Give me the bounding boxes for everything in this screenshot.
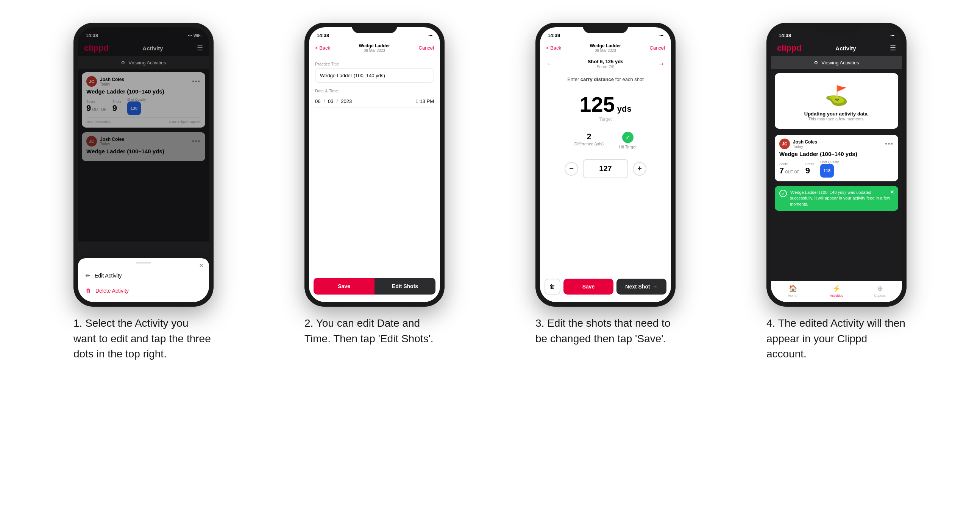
header-center-3: Wedge Ladder 06 Mar 2023 xyxy=(590,43,621,52)
three-dots-4[interactable]: ••• xyxy=(885,140,894,147)
stat-shots-label-4: Shots xyxy=(805,162,814,166)
card-header-4: JC Josh Coles Today ••• xyxy=(779,138,894,149)
logo-4: clippd xyxy=(777,43,802,53)
shot-title: Shot 6, 125 yds xyxy=(588,59,624,64)
activities-icon: ⚡ xyxy=(832,284,841,293)
phone-notch-2 xyxy=(352,23,397,33)
year-val[interactable]: 2023 xyxy=(341,98,352,104)
app-header-4: clippd Activity ☰ xyxy=(771,41,902,56)
back-btn-3[interactable]: < Back xyxy=(546,45,561,51)
delete-icon: 🗑 xyxy=(86,288,91,294)
stats-row-shot: 2 Difference (yds) ✓ Hit Target xyxy=(540,126,671,155)
hit-target-circle: ✓ xyxy=(622,132,633,143)
updating-section: ⛳ Updating your activity data. This may … xyxy=(775,73,898,129)
datetime-label: Date & Time xyxy=(315,89,434,93)
user-date-4: Today xyxy=(793,144,817,149)
phone-column-1: 14:38 ▪▪▪ WiFi clippd Activity ☰ ⚙ Viewi… xyxy=(40,23,248,362)
tab-home[interactable]: 🏠 Home xyxy=(771,284,815,298)
save-btn-2[interactable]: Save xyxy=(313,278,374,295)
next-shot-arrow[interactable]: → xyxy=(657,59,665,68)
stat-score-label-4: Score xyxy=(779,162,799,166)
phone-inner-1: 14:38 ▪▪▪ WiFi clippd Activity ☰ ⚙ Viewi… xyxy=(78,27,209,302)
cancel-btn-3[interactable]: Cancel xyxy=(650,45,665,51)
difference-label: Difference (yds) xyxy=(574,141,604,146)
user-meta-4: Josh Coles Today xyxy=(793,139,817,149)
delete-label: Delete Activity xyxy=(95,288,129,294)
sheet-handle-1 xyxy=(136,262,151,264)
tab-capture[interactable]: ⊕ Capture xyxy=(858,284,902,298)
sheet-close-1[interactable]: ✕ xyxy=(199,262,204,269)
signal-icon-3: ▪▪▪ xyxy=(659,33,663,38)
golf-flag-icon: ⛳ xyxy=(825,84,848,106)
sheet-edit-item[interactable]: ✏ Edit Activity xyxy=(78,268,209,283)
tab-activities[interactable]: ⚡ Activities xyxy=(815,284,858,298)
next-shot-label: Next Shot xyxy=(625,284,650,290)
form-content-2: Practice Title Wedge Ladder (100–140 yds… xyxy=(309,56,440,302)
header-center-2: Wedge Ladder 06 Mar 2023 xyxy=(359,43,390,52)
updating-title: Updating your activity data. xyxy=(804,111,869,117)
phone-notch-4 xyxy=(814,23,859,33)
tab-capture-label: Capture xyxy=(874,294,886,298)
updating-sub: This may take a few moments. xyxy=(808,117,864,121)
practice-label: Practice Title xyxy=(315,62,434,66)
time-val[interactable]: 1:13 PM xyxy=(416,98,434,104)
shot-instruction: Enter carry distance for each shot xyxy=(540,73,671,86)
decrement-btn[interactable]: − xyxy=(565,162,578,176)
signal-icon-2: ▪▪▪ xyxy=(428,33,433,38)
next-shot-btn[interactable]: Next Shot → xyxy=(616,279,667,295)
phone-inner-2: 14:38 ▪▪▪ < Back Wedge Ladder 06 Mar 202… xyxy=(309,27,440,302)
user-info-4: JC Josh Coles Today xyxy=(779,138,817,149)
increment-btn[interactable]: + xyxy=(633,162,646,176)
capture-icon: ⊕ xyxy=(877,284,883,293)
stat-shots-4: Shots 9 xyxy=(805,162,814,176)
date-time-row: 06 / 03 / 2023 1:13 PM xyxy=(315,95,434,108)
bottom-sheet-1: ✕ ✏ Edit Activity 🗑 Delete Activity xyxy=(78,258,209,302)
hit-target-label: Hit Target xyxy=(619,144,636,149)
toast-text: 'Wedge Ladder (100–140 yds)' was updated… xyxy=(790,190,894,207)
shot-display: 125 yds Target xyxy=(540,86,671,126)
tab-home-label: Home xyxy=(788,294,797,298)
back-header-2: < Back Wedge Ladder 06 Mar 2023 Cancel xyxy=(309,41,440,56)
overlay-dim-1 xyxy=(78,27,209,241)
edit-shots-btn-2[interactable]: Edit Shots xyxy=(374,278,436,295)
trash-btn-3[interactable]: 🗑 xyxy=(544,279,560,295)
phone-column-2: 14:38 ▪▪▪ < Back Wedge Ladder 06 Mar 202… xyxy=(270,23,479,346)
user-name-4: Josh Coles xyxy=(793,139,817,144)
hit-target-stat: ✓ Hit Target xyxy=(619,132,636,149)
viewing-banner-4: ⚙ Viewing Activities xyxy=(771,56,902,69)
day-val[interactable]: 06 xyxy=(315,98,320,104)
status-time-3: 14:39 xyxy=(547,33,560,38)
sheet-delete-item[interactable]: 🗑 Delete Activity xyxy=(78,283,209,298)
month-val[interactable]: 03 xyxy=(328,98,333,104)
save-btn-3[interactable]: Save xyxy=(563,279,613,295)
next-arrow-icon: → xyxy=(652,284,658,290)
shot-score: Score 7/9 xyxy=(588,64,624,69)
caption-1: 1. Select the Activity you want to edit … xyxy=(73,316,213,362)
activity-title-4: Wedge Ladder (100–140 yds) xyxy=(779,151,894,157)
shot-input-box[interactable]: 127 xyxy=(583,159,628,178)
practice-input[interactable]: Wedge Ladder (100–140 yds) xyxy=(315,68,434,83)
prev-shot-arrow[interactable]: ← xyxy=(546,59,554,68)
phones-row: 14:38 ▪▪▪ WiFi clippd Activity ☰ ⚙ Viewi… xyxy=(15,23,965,362)
viewing-text-4: Viewing Activities xyxy=(821,60,859,65)
edit-label: Edit Activity xyxy=(95,273,122,279)
header-title-3: Wedge Ladder xyxy=(590,43,621,48)
phone-4: 14:38 ▪▪▪ clippd Activity ☰ ⚙ Viewing Ac… xyxy=(767,23,907,307)
header-title-4: Activity xyxy=(835,45,856,51)
back-btn-2[interactable]: < Back xyxy=(315,45,330,51)
shot-center: Shot 6, 125 yds Score 7/9 xyxy=(588,59,624,69)
phone-notch-3 xyxy=(583,23,628,33)
phone-inner-3: 14:39 ▪▪▪ < Back Wedge Ladder 06 Mar 202… xyxy=(540,27,671,302)
stat-quality-4: Shot Quality 118 xyxy=(820,160,839,178)
target-yds-val: 125 xyxy=(579,94,614,115)
home-icon: 🏠 xyxy=(789,284,797,293)
toast-close-btn[interactable]: ✕ xyxy=(890,189,894,195)
status-icons-2: ▪▪▪ xyxy=(428,33,433,38)
viewing-icon-4: ⚙ xyxy=(814,60,818,65)
hamburger-icon-4[interactable]: ☰ xyxy=(890,44,896,52)
shot-nav-header: < Back Wedge Ladder 06 Mar 2023 Cancel xyxy=(540,41,671,56)
tab-activities-label: Activities xyxy=(830,294,843,298)
header-center-title-2: Wedge Ladder xyxy=(359,43,390,48)
cancel-btn-2[interactable]: Cancel xyxy=(419,45,434,51)
status-icons-3: ▪▪▪ xyxy=(659,33,663,38)
